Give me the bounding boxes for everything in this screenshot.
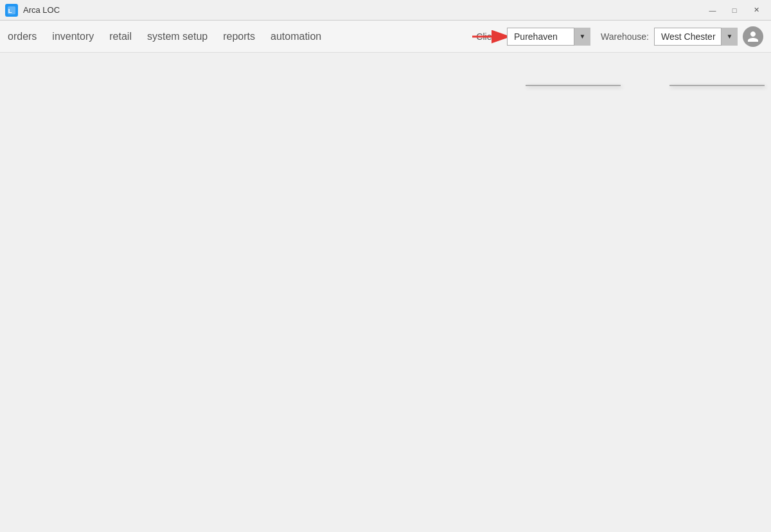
close-button[interactable]: ✕ [747,4,766,17]
app-title: Arca LOC [23,5,703,15]
svg-text:L: L [8,7,12,14]
client-dropdown-arrow[interactable]: ▼ [574,28,590,46]
nav-inventory[interactable]: inventory [52,28,94,45]
warehouse-dropdown-container: West Chester ▼ [654,28,738,46]
title-bar: L Arca LOC — □ ✕ [0,0,771,21]
warehouse-dropdown-list [669,85,765,86]
nav-system-setup[interactable]: system setup [147,28,208,45]
nav-orders[interactable]: orders [8,28,37,45]
minimize-button[interactable]: — [703,4,722,17]
nav-menu: orders inventory retail system setup rep… [8,28,476,45]
client-dropdown-list [526,85,621,86]
user-icon-button[interactable] [743,26,763,47]
app-logo: L [5,4,18,17]
nav-retail[interactable]: retail [109,28,132,45]
menu-bar: orders inventory retail system setup rep… [0,21,771,53]
client-dropdown-container: Purehaven ▼ [507,28,590,46]
window-controls: — □ ✕ [703,4,766,17]
warehouse-dropdown-arrow[interactable]: ▼ [721,28,738,46]
nav-reports[interactable]: reports [223,28,255,45]
client-warehouse-controls: Client: Purehaven ▼ Warehouse: West Ches… [476,26,763,47]
nav-automation[interactable]: automation [270,28,321,45]
main-content [0,53,771,532]
maximize-button[interactable]: □ [725,4,744,17]
warehouse-label: Warehouse: [601,31,649,42]
